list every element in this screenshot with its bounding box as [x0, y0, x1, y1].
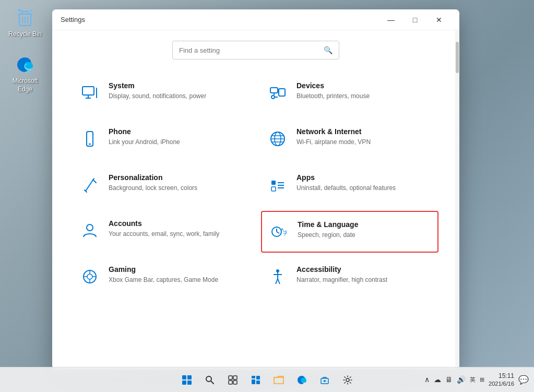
svg-rect-11 [279, 89, 285, 96]
scrollbar-track[interactable] [455, 30, 459, 370]
system-text: System Display, sound, notifications, po… [109, 81, 244, 101]
svg-rect-46 [182, 375, 186, 379]
network-text: Network & Internet Wi-Fi, airplane mode,… [296, 127, 432, 147]
taskbar-center [176, 370, 358, 390]
setting-item-time-language[interactable]: A 字 Time & Language Speech, region, date [261, 211, 438, 253]
svg-rect-52 [229, 376, 232, 379]
svg-rect-59 [256, 381, 260, 384]
personalization-desc: Background, lock screen, colors [109, 184, 244, 193]
svg-line-32 [277, 232, 279, 233]
maximize-button[interactable]: □ [403, 11, 427, 28]
gaming-desc: Xbox Game Bar, captures, Game Mode [109, 276, 244, 284]
setting-item-devices[interactable]: Devices Bluetooth, printers, mouse [261, 73, 438, 115]
phone-desc: Link your Android, iPhone [109, 138, 244, 147]
setting-item-accounts[interactable]: Accounts Your accounts, email, sync, wor… [73, 211, 251, 253]
network-icon [267, 128, 288, 149]
svg-rect-49 [187, 381, 192, 385]
cloud-icon[interactable]: ☁ [433, 374, 442, 385]
svg-line-51 [211, 381, 213, 384]
start-button[interactable] [176, 370, 197, 390]
svg-point-12 [271, 96, 275, 99]
time-language-icon: A 字 [268, 221, 289, 242]
setting-item-network[interactable]: Network & Internet Wi-Fi, airplane mode,… [261, 119, 438, 161]
tray-chevron-icon[interactable]: ∧ [423, 374, 431, 385]
devices-icon [267, 82, 288, 103]
setting-item-apps[interactable]: Apps Uninstall, defaults, optional featu… [261, 165, 438, 207]
settings-taskbar-button[interactable] [337, 370, 358, 390]
svg-rect-58 [252, 379, 255, 384]
accounts-text: Accounts Your accounts, email, sync, wor… [109, 219, 244, 239]
lang-icon[interactable]: 英 [469, 375, 477, 385]
accessibility-name: Accessibility [296, 265, 432, 274]
setting-item-system[interactable]: System Display, sound, notifications, po… [73, 73, 251, 115]
accessibility-desc: Narrator, magnifier, high contrast [296, 276, 432, 284]
search-icon: 🔍 [324, 46, 333, 54]
minimize-button[interactable]: — [379, 11, 403, 28]
taskbar: ∧ ☁ 🖥 🔊 英 ⊞ 15:11 2021/6/16 💬 [0, 367, 534, 392]
volume-icon[interactable]: 🔊 [456, 374, 467, 385]
taskbar-clock[interactable]: 15:11 2021/6/16 [489, 372, 514, 388]
search-input[interactable] [179, 46, 319, 54]
setting-item-personalization[interactable]: Personalization Background, lock screen,… [73, 165, 251, 207]
recycle-bin-icon[interactable]: Recycle Bin [4, 5, 46, 41]
phone-text: Phone Link your Android, iPhone [109, 127, 244, 147]
personalization-name: Personalization [109, 173, 244, 182]
svg-rect-6 [82, 87, 94, 95]
search-box[interactable]: 🔍 [172, 41, 339, 60]
svg-point-29 [87, 224, 93, 231]
svg-text:字: 字 [282, 230, 287, 236]
window-controls: — □ ✕ [379, 11, 451, 28]
close-button[interactable]: ✕ [427, 11, 451, 28]
ime-icon[interactable]: ⊞ [479, 375, 485, 384]
setting-item-phone[interactable]: Phone Link your Android, iPhone [73, 119, 251, 161]
explorer-button[interactable] [268, 370, 289, 390]
accounts-name: Accounts [109, 219, 244, 228]
devices-text: Devices Bluetooth, printers, mouse [296, 81, 432, 101]
taskview-button[interactable] [222, 370, 243, 390]
system-desc: Display, sound, notifications, power [109, 92, 244, 101]
taskbar-search-button[interactable] [199, 370, 220, 390]
apps-desc: Uninstall, defaults, optional features [296, 184, 432, 193]
settings-grid: System Display, sound, notifications, po… [52, 68, 459, 370]
svg-rect-56 [252, 376, 255, 378]
time-language-name: Time & Language [298, 220, 431, 229]
taskbar-date-display: 2021/6/16 [489, 380, 514, 387]
personalization-text: Personalization Background, lock screen,… [109, 173, 244, 193]
setting-item-accessibility[interactable]: Accessibility Narrator, magnifier, high … [261, 257, 438, 299]
svg-rect-25 [271, 187, 276, 191]
apps-icon [267, 174, 288, 195]
gaming-name: Gaming [109, 265, 244, 274]
time-language-text: Time & Language Speech, region, date [298, 220, 431, 240]
edge-taskbar-button[interactable] [291, 370, 312, 390]
title-bar: Settings — □ ✕ [52, 9, 459, 30]
apps-text: Apps Uninstall, defaults, optional featu… [296, 173, 432, 193]
system-name: System [109, 81, 244, 90]
personalization-icon [79, 174, 100, 195]
svg-point-41 [276, 269, 279, 272]
desktop: Recycle Bin Microsoft Edge Settings — □ … [0, 0, 534, 392]
notifications-icon[interactable]: 💬 [517, 374, 530, 386]
edge-desktop-icon[interactable]: Microsoft Edge [4, 52, 46, 96]
store-button[interactable] [314, 370, 335, 390]
svg-rect-10 [270, 88, 278, 93]
scrollbar-thumb[interactable] [456, 42, 459, 73]
taskbar-time-display: 15:11 [489, 372, 514, 381]
accounts-desc: Your accounts, email, sync, work, family [109, 230, 244, 239]
svg-line-45 [278, 279, 280, 284]
widgets-button[interactable] [245, 370, 266, 390]
devices-name: Devices [296, 81, 432, 90]
svg-rect-47 [187, 375, 192, 379]
taskbar-right: ∧ ☁ 🖥 🔊 英 ⊞ 15:11 2021/6/16 💬 [423, 372, 530, 388]
recycle-bin-label: Recycle Bin [8, 30, 41, 39]
svg-rect-9 [96, 88, 97, 98]
network-tray-icon[interactable]: 🖥 [444, 374, 454, 385]
settings-window: Settings — □ ✕ 🔍 [52, 9, 459, 370]
svg-rect-53 [233, 376, 237, 379]
time-language-desc: Speech, region, date [298, 231, 431, 240]
svg-line-22 [86, 179, 94, 191]
svg-rect-57 [256, 376, 260, 379]
recycle-bin-image [15, 7, 35, 28]
svg-point-63 [346, 378, 349, 382]
setting-item-gaming[interactable]: Gaming Xbox Game Bar, captures, Game Mod… [73, 257, 251, 299]
network-name: Network & Internet [296, 127, 432, 136]
